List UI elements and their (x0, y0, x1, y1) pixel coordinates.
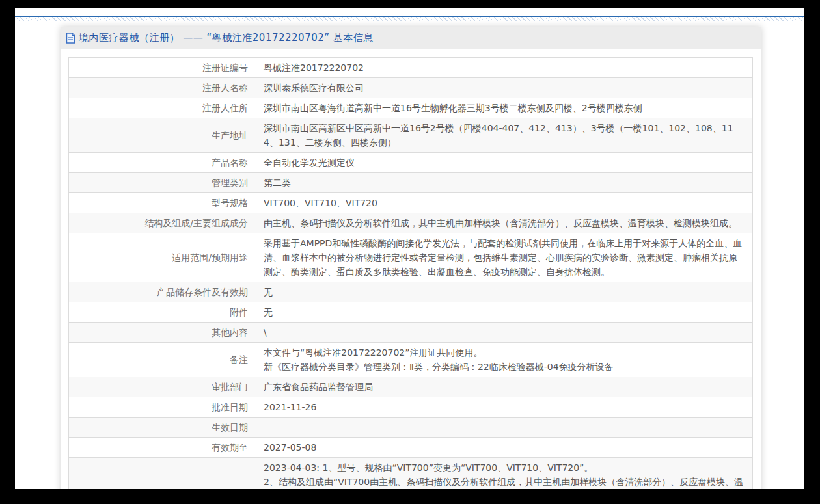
field-value: 深圳泰乐德医疗有限公司 (256, 78, 753, 98)
screen-frame-bottom (0, 489, 820, 504)
field-label: 产品储存条件及有效期 (69, 282, 256, 302)
field-value: 本文件与“粤械注准20172220702”注册证共同使用。 新《医疗器械分类目录… (256, 343, 753, 377)
field-label: 备注 (69, 343, 256, 377)
table-row: 2023-04-03: 1、型号、规格由“VIT700”变更为“VIT700、V… (69, 458, 753, 490)
field-value: 第二类 (256, 173, 753, 193)
table-row: 注册人名称深圳泰乐德医疗有限公司 (69, 78, 753, 98)
field-label: 型号规格 (69, 193, 256, 213)
table-row: 其他内容\ (69, 323, 753, 343)
registration-info-table: 注册证编号粤械注准20172220702注册人名称深圳泰乐德医疗有限公司注册人住… (68, 57, 753, 489)
table-row: 产品储存条件及有效期无 (69, 282, 753, 302)
hatch-pattern-strip (15, 17, 804, 21)
table-row: 结构及组成/主要组成成分由主机、条码扫描仪及分析软件组成，其中主机由加样模块（含… (69, 213, 753, 233)
field-label: 批准日期 (69, 397, 256, 418)
field-value: 深圳市南山区高新区中区高新中一道16号2号楼（四楼404-407、412、413… (256, 118, 753, 153)
table-row: 注册人住所深圳市南山区粤海街道高新中一道16号生物孵化器三期3号楼二楼东侧及四楼… (69, 98, 753, 118)
field-value: VIT700、VIT710、VIT720 (256, 193, 753, 213)
table-row: 生效日期 (69, 418, 753, 438)
field-label: 附件 (69, 302, 256, 323)
field-label: 产品名称 (69, 153, 256, 173)
field-label: 有效期至 (69, 438, 256, 458)
field-label: 注册人住所 (69, 98, 256, 118)
screen-frame-top (0, 0, 820, 8)
field-label: 生效日期 (69, 418, 256, 438)
field-value (256, 418, 753, 438)
table-row: 适用范围/预期用途采用基于AMPPD和碱性磷酸酶的间接化学发光法，与配套的检测试… (69, 233, 753, 282)
field-label: 结构及组成/主要组成成分 (69, 213, 256, 233)
field-label: 适用范围/预期用途 (69, 233, 256, 282)
field-label: 审批部门 (69, 377, 256, 397)
table-row: 备注本文件与“粤械注准20172220702”注册证共同使用。 新《医疗器械分类… (69, 343, 753, 377)
browser-page: 境内医疗器械（注册） —— “粤械注准20172220702” 基本信息 注册证… (15, 8, 804, 489)
field-value: 2027-05-08 (256, 438, 753, 458)
panel-header: 境内医疗器械（注册） —— “粤械注准20172220702” 基本信息 (61, 27, 761, 49)
screen-frame-left (0, 0, 15, 504)
table-row: 型号规格VIT700、VIT710、VIT720 (69, 193, 753, 213)
field-value: 全自动化学发光测定仪 (256, 153, 753, 173)
table-row: 产品名称全自动化学发光测定仪 (69, 153, 753, 173)
field-label: 注册人名称 (69, 78, 256, 98)
table-wrapper: 注册证编号粤械注准20172220702注册人名称深圳泰乐德医疗有限公司注册人住… (61, 49, 761, 489)
table-row: 有效期至2027-05-08 (69, 438, 753, 458)
table-row: 注册证编号粤械注准20172220702 (69, 58, 753, 78)
info-table-body: 注册证编号粤械注准20172220702注册人名称深圳泰乐德医疗有限公司注册人住… (69, 58, 753, 490)
table-row: 生产地址深圳市南山区高新区中区高新中一道16号2号楼（四楼404-407、412… (69, 118, 753, 153)
field-label: 管理类别 (69, 173, 256, 193)
document-icon (66, 33, 75, 44)
field-label: 其他内容 (69, 323, 256, 343)
field-value: 无 (256, 302, 753, 323)
field-value: 由主机、条码扫描仪及分析软件组成，其中主机由加样模块（含清洗部分）、反应盘模块、… (256, 213, 753, 233)
page-title: 境内医疗器械（注册） —— “粤械注准20172220702” 基本信息 (79, 32, 374, 44)
field-value: \ (256, 323, 753, 343)
field-label (69, 458, 256, 490)
field-value: 采用基于AMPPD和碱性磷酸酶的间接化学发光法，与配套的检测试剂共同使用，在临床… (256, 233, 753, 282)
screen-frame-right (804, 0, 820, 504)
field-value: 粤械注准20172220702 (256, 58, 753, 78)
content-panel: 境内医疗器械（注册） —— “粤械注准20172220702” 基本信息 注册证… (61, 27, 761, 489)
field-value: 无 (256, 282, 753, 302)
table-row: 批准日期2021-11-26 (69, 397, 753, 418)
field-value: 2023-04-03: 1、型号、规格由“VIT700”变更为“VIT700、V… (256, 458, 753, 490)
table-row: 附件无 (69, 302, 753, 323)
table-row: 审批部门广东省食品药品监督管理局 (69, 377, 753, 397)
field-label: 注册证编号 (69, 58, 256, 78)
field-value: 深圳市南山区粤海街道高新中一道16号生物孵化器三期3号楼二楼东侧及四楼、2号楼四… (256, 98, 753, 118)
field-label: 生产地址 (69, 118, 256, 153)
table-row: 管理类别第二类 (69, 173, 753, 193)
field-value: 广东省食品药品监督管理局 (256, 377, 753, 397)
field-value: 2021-11-26 (256, 397, 753, 418)
